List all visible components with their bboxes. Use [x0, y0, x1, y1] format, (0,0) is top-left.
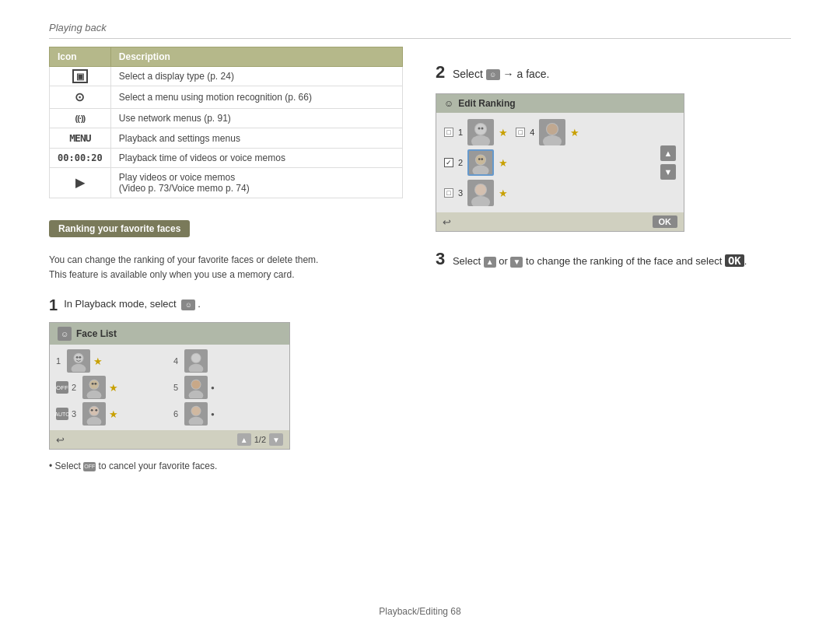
edit-left: □ 1 ★ ✓ 2	[444, 119, 508, 206]
step3-text: Select ▲ or ▼ to change the ranking of t…	[453, 255, 747, 267]
edit-face-thumb-selected	[467, 149, 494, 176]
off-icon: OFF	[56, 381, 68, 394]
ok-button[interactable]: OK	[653, 215, 678, 228]
edit-back-button[interactable]: ↩	[443, 216, 451, 228]
icon-description-table: Icon Description ▣ Select a display type…	[49, 47, 403, 198]
step1-number: 1	[49, 296, 58, 314]
svg-point-13	[91, 409, 93, 412]
face-list-header: ☺ Face List	[50, 323, 289, 345]
edit-checkbox-4[interactable]: □	[516, 128, 525, 137]
svg-point-1	[72, 364, 86, 372]
edit-face-thumb	[467, 119, 494, 145]
table-col1-header: Icon	[50, 47, 111, 67]
svg-point-19	[189, 391, 204, 398]
svg-point-3	[76, 356, 79, 359]
edit-ranking-footer: ↩ OK	[436, 212, 684, 231]
face-list-item: OFF 2 ★	[56, 376, 166, 399]
back-button[interactable]: ↩	[56, 434, 65, 446]
edit-face-item: ✓ 2 ★	[444, 149, 508, 176]
right-column: 2 Select ☺ → a face. ☺ Edit Ranking □ 1	[436, 62, 793, 271]
nav-up-button[interactable]: ▲	[237, 433, 251, 446]
edit-checkbox-3[interactable]: □	[444, 188, 453, 198]
svg-point-12	[89, 407, 98, 415]
face-thumb	[82, 402, 106, 426]
bullet-cancel-text: • Select OFF to cancel your favorite fac…	[49, 461, 407, 471]
rank-down-button[interactable]: ▼	[660, 164, 676, 180]
face-list-item: 1 ★	[56, 349, 166, 373]
step2-number: 2	[436, 62, 445, 82]
edit-ranking-title: Edit Ranking	[458, 98, 515, 109]
section-badge: Ranking your favorite faces	[49, 220, 190, 237]
edit-ranking-body: □ 1 ★ ✓ 2	[436, 113, 684, 212]
table-cell: Playback and settings menus	[110, 128, 402, 149]
edit-ranking-title-icon: ☺	[444, 98, 453, 109]
page-title: Playing back	[49, 22, 107, 33]
svg-point-11	[87, 417, 102, 425]
svg-point-8	[92, 383, 94, 385]
table-col2-header: Description	[110, 47, 402, 67]
up-arrow-icon: ▲	[484, 257, 496, 268]
left-column: Icon Description ▣ Select a display type…	[49, 47, 407, 471]
table-row: ▣ Select a display type (p. 24)	[50, 67, 403, 86]
icon-motion: ⊙	[50, 86, 111, 109]
icon-network: ((·))	[50, 109, 111, 128]
svg-point-9	[94, 383, 96, 385]
edit-face-thumb	[539, 119, 565, 145]
face-list-footer: ↩ ▲ 1/2 ▼	[50, 430, 289, 449]
face-list-icon-inline: ☺	[181, 299, 195, 310]
face-list-title: Face List	[76, 328, 117, 339]
svg-point-6	[87, 391, 102, 398]
edit-ranking-mockup: ☺ Edit Ranking □ 1 ★	[436, 93, 684, 232]
svg-point-39	[547, 124, 558, 135]
table-row: MENU Playback and settings menus	[50, 128, 403, 149]
face-list-left-col: 1 ★ OFF 2 ★ AUTO 3	[56, 349, 166, 426]
icon-time: 00:00:20	[50, 149, 111, 168]
svg-point-33	[481, 158, 484, 160]
nav-down-button[interactable]: ▼	[269, 433, 283, 446]
edit-nav-buttons: ▲ ▼	[654, 119, 676, 206]
svg-point-32	[478, 158, 481, 160]
section-description: You can change the ranking of your favor…	[49, 253, 407, 282]
svg-point-35	[471, 196, 490, 206]
auto-icon: AUTO	[56, 408, 68, 420]
icon-play: ▶	[50, 168, 111, 198]
svg-point-26	[475, 124, 486, 135]
edit-face-list: □ 1 ★ ✓ 2	[444, 119, 654, 206]
face-list-item: 6 ●	[173, 402, 283, 426]
table-cell: Use network menus (p. 91)	[110, 109, 402, 128]
svg-point-14	[95, 409, 97, 412]
step2: 2 Select ☺ → a face.	[436, 62, 793, 82]
edit-checkbox-1[interactable]: □	[444, 128, 453, 137]
svg-point-36	[475, 184, 486, 195]
svg-point-16	[189, 364, 204, 372]
down-arrow-icon: ▼	[510, 257, 523, 268]
svg-point-31	[476, 155, 485, 164]
face-list-right-col: 4 5 ● 6 ●	[173, 349, 283, 426]
svg-point-17	[191, 354, 200, 363]
edit-checkbox-2[interactable]: ✓	[444, 158, 453, 167]
svg-point-25	[471, 135, 490, 145]
svg-point-27	[478, 128, 481, 130]
rank-up-button[interactable]: ▲	[660, 145, 676, 161]
off-icon-inline: OFF	[83, 462, 96, 471]
icon-display: ▣	[50, 67, 111, 86]
face-thumb	[184, 349, 208, 373]
face-list-title-icon: ☺	[58, 327, 72, 341]
page-header: Playing back	[49, 22, 791, 39]
icon-menu: MENU	[50, 128, 111, 149]
svg-point-38	[543, 135, 562, 145]
table-row: ▶ Play videos or voice memos (Video p. 7…	[50, 168, 403, 198]
table-cell: Playback time of videos or voice memos	[110, 149, 402, 168]
edit-right: □ 4 ★	[516, 119, 579, 206]
svg-point-4	[79, 356, 81, 359]
face-thumb	[184, 402, 208, 426]
svg-point-28	[481, 128, 484, 130]
table-cell: Select a menu using motion recognition (…	[110, 86, 402, 109]
edit-ranking-header: ☺ Edit Ranking	[436, 94, 684, 113]
footer-text: Playback/Editing 68	[379, 606, 460, 617]
svg-point-23	[191, 407, 200, 415]
face-select-icon: ☺	[486, 69, 500, 80]
step3: 3 Select ▲ or ▼ to change the ranking of…	[436, 249, 793, 271]
svg-point-30	[473, 166, 489, 176]
step1: 1 In Playback mode, select ☺.	[49, 295, 407, 314]
